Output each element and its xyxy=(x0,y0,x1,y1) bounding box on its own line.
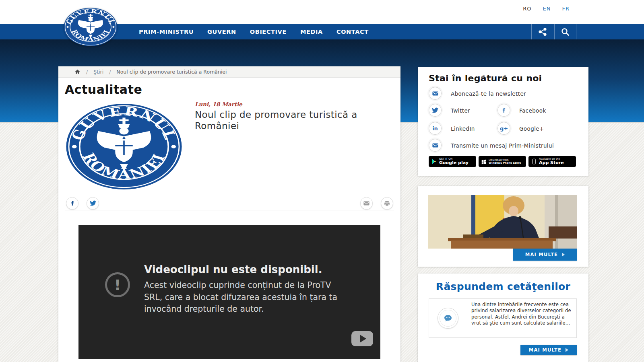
article-thumbnail xyxy=(66,103,182,191)
share-row xyxy=(65,196,394,210)
connect-card: Stai în legătură cu noi Abonează-te la n… xyxy=(418,67,588,176)
share-email-button[interactable] xyxy=(360,197,373,210)
main-content: / Ştiri / Noul clip de promovare turisti… xyxy=(58,66,400,362)
app-store-badge[interactable]: Available on the App Store xyxy=(528,156,576,167)
pm-photo[interactable] xyxy=(428,195,577,249)
print-button[interactable] xyxy=(381,197,393,210)
breadcrumb: / Ştiri / Noul clip de promovare turisti… xyxy=(58,66,400,78)
citizen-question-excerpt: Una dintre întrebările frecvente este ce… xyxy=(467,299,576,337)
connect-heading: Stai în legătură cu noi xyxy=(429,73,542,83)
windows-icon xyxy=(481,159,487,165)
speech-bubble-icon xyxy=(443,313,453,323)
newsletter-link[interactable]: Abonează-te la newsletter xyxy=(451,90,526,97)
youtube-logo-button[interactable] xyxy=(351,331,373,346)
government-seal-logo[interactable] xyxy=(64,8,118,46)
message-pm-button[interactable] xyxy=(429,139,442,152)
facebook-icon xyxy=(69,200,76,206)
promo-card: MAI MULTE xyxy=(418,186,588,267)
article-title: Noul clip de promovare turistică a Român… xyxy=(195,109,396,132)
home-icon[interactable] xyxy=(74,69,80,75)
error-glyph: ! xyxy=(114,277,121,293)
lang-en[interactable]: EN xyxy=(543,6,551,12)
respond-more-label: MAI MULTE xyxy=(529,347,561,353)
nav-item-obiective[interactable]: OBIECTIVE xyxy=(250,29,287,35)
nav-item-prim-ministru[interactable]: PRIM-MINISTRU xyxy=(139,29,194,35)
badge-big-text: Windows Phone Store xyxy=(489,162,521,165)
citizen-question-box[interactable]: Una dintre întrebările frecvente este ce… xyxy=(429,298,577,338)
arrow-right-icon xyxy=(562,253,565,257)
lang-ro[interactable]: RO xyxy=(523,6,531,12)
google-play-badge[interactable]: GET IT ON Google play xyxy=(429,156,476,167)
arrow-right-icon xyxy=(566,348,568,352)
badge-big-text: App Store xyxy=(539,160,564,165)
windows-store-badge[interactable]: Download from Windows Phone Store xyxy=(479,156,526,167)
app-badges: GET IT ON Google play Download from Wind… xyxy=(429,156,576,167)
googleplus-icon: g+ xyxy=(500,125,508,132)
nav-item-contact[interactable]: CONTACT xyxy=(336,29,369,35)
breadcrumb-stiri[interactable]: Ştiri xyxy=(93,69,103,75)
google-play-icon xyxy=(431,158,437,165)
lang-fr[interactable]: FR xyxy=(562,6,570,12)
twitter-link[interactable]: Twitter xyxy=(451,107,470,114)
page-title: Actualitate xyxy=(65,82,142,97)
article-date: Luni, 18 Martie xyxy=(195,101,396,107)
nav-item-guvern[interactable]: GUVERN xyxy=(207,29,236,35)
article-seal-image xyxy=(66,103,182,190)
promo-more-button[interactable]: MAI MULTE xyxy=(513,249,577,261)
video-error-message: Acest videoclip cuprinde conținut de la … xyxy=(144,280,349,315)
message-pm-link[interactable]: Transmite un mesaj Prim-Ministrului xyxy=(451,142,554,149)
breadcrumb-separator: / xyxy=(86,69,88,75)
respond-heading: Răspundem cetăţenilor xyxy=(418,281,588,292)
respond-card: Răspundem cetăţenilor Una dintre întrebă… xyxy=(418,274,588,362)
facebook-button[interactable] xyxy=(497,104,510,117)
apple-phone-icon xyxy=(531,158,537,165)
badge-big-text: Google play xyxy=(439,160,469,165)
video-error-title: Videoclipul nu este disponibil. xyxy=(144,263,322,276)
language-switcher: RO EN FR xyxy=(523,6,570,12)
linkedin-link[interactable]: LinkedIn xyxy=(451,125,475,132)
newsletter-button[interactable] xyxy=(429,87,442,100)
error-icon: ! xyxy=(105,272,130,297)
youtube-play-icon xyxy=(360,335,366,343)
share-icon[interactable] xyxy=(538,27,547,37)
googleplus-link[interactable]: Google+ xyxy=(519,125,544,132)
divider xyxy=(531,24,532,39)
facebook-icon xyxy=(501,107,507,113)
twitter-button[interactable] xyxy=(429,104,442,117)
nav-item-media[interactable]: MEDIA xyxy=(300,29,323,35)
video-player[interactable]: ! Videoclipul nu este disponibil. Acest … xyxy=(78,225,380,359)
divider xyxy=(554,24,555,39)
breadcrumb-separator: / xyxy=(109,69,111,75)
linkedin-button[interactable]: in xyxy=(429,122,442,135)
printer-icon xyxy=(384,200,390,207)
share-facebook-button[interactable] xyxy=(66,197,78,210)
twitter-icon xyxy=(90,200,96,206)
share-twitter-button[interactable] xyxy=(87,197,99,210)
promo-more-label: MAI MULTE xyxy=(525,252,558,257)
respond-more-button[interactable]: MAI MULTE xyxy=(520,345,577,355)
search-icon[interactable] xyxy=(560,27,570,37)
email-icon xyxy=(363,200,370,207)
divider xyxy=(576,24,576,39)
quote-icon-cell xyxy=(429,299,467,337)
linkedin-icon: in xyxy=(432,125,438,132)
googleplus-button[interactable]: g+ xyxy=(497,122,510,135)
twitter-icon xyxy=(432,107,438,113)
nav-menu: PRIM-MINISTRU GUVERN OBIECTIVE MEDIA CON… xyxy=(139,24,369,39)
facebook-link[interactable]: Facebook xyxy=(519,107,546,114)
envelope-icon xyxy=(432,142,439,149)
breadcrumb-current: Noul clip de promovare turistică a Român… xyxy=(116,69,227,75)
envelope-icon xyxy=(432,90,439,97)
article-header: Luni, 18 Martie Noul clip de promovare t… xyxy=(195,101,396,132)
